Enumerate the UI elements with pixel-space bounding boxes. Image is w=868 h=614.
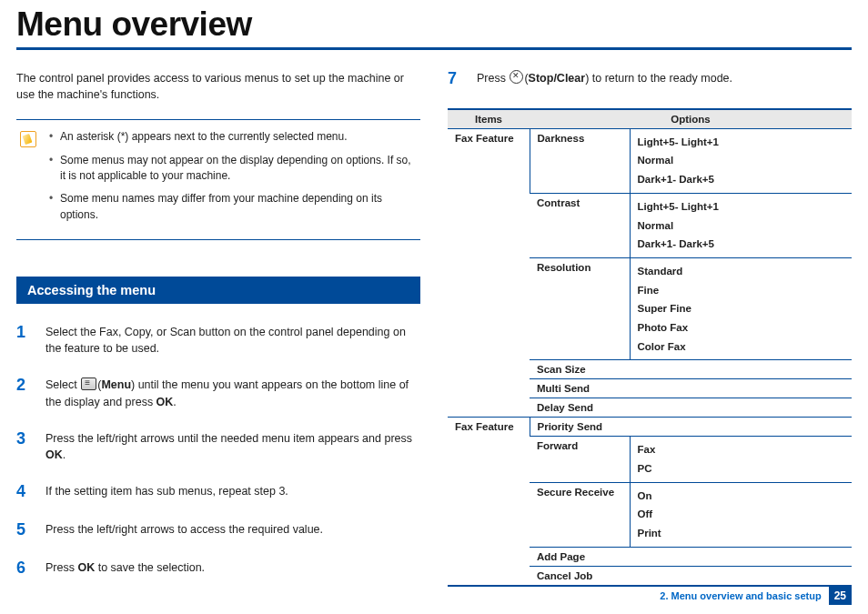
step-number: 1 [16, 324, 33, 357]
cell-forward: Forward [530, 437, 630, 482]
step-4: 4 If the setting item has sub menus, rep… [16, 483, 420, 501]
cell-forward-values: Fax PC [630, 437, 852, 482]
cell-canceljob: Cancel Job [530, 566, 852, 586]
right-column: 7 Press (Stop/Clear) to return to the re… [448, 70, 852, 597]
cell-secure-values: On Off Print [630, 482, 852, 547]
text: . [173, 396, 176, 408]
step-body: Select the Fax, Copy, or Scan button on … [45, 324, 420, 357]
table-header-options: Options [530, 109, 852, 129]
val: Normal [638, 216, 845, 236]
cell-delaysend: Delay Send [530, 398, 852, 418]
val: Fax [638, 440, 845, 459]
cell-priority: Priority Send [530, 418, 852, 437]
stop-clear-icon [510, 70, 523, 84]
step-number: 2 [16, 377, 33, 409]
options-table: Items Options Fax Feature Darkness Light… [448, 108, 852, 587]
note-icon [20, 131, 36, 147]
content-columns: The control panel provides access to var… [16, 70, 852, 597]
step-body: If the setting item has sub menus, repea… [45, 483, 288, 501]
table-row: Fax Feature Darkness Light+5- Light+1 No… [448, 128, 852, 193]
step-number: 7 [448, 70, 464, 88]
val: Color Fax [638, 337, 845, 357]
val: PC [638, 459, 845, 478]
section-heading: Accessing the menu [16, 277, 420, 304]
text-bold: OK [45, 448, 63, 461]
cell-resolution: Resolution [530, 257, 630, 359]
step-7: 7 Press (Stop/Clear) to return to the re… [448, 70, 852, 88]
val: Photo Fax [638, 318, 845, 337]
val: Standard [638, 262, 845, 281]
val: On [638, 487, 845, 506]
intro-text: The control panel provides access to var… [16, 70, 420, 103]
val: Light+5- Light+1 [638, 197, 845, 216]
step-number: 4 [16, 483, 33, 501]
steps-list: 1 Select the Fax, Copy, or Scan button o… [16, 324, 420, 577]
note-item: Some menus may not appear on the display… [47, 153, 413, 185]
step-3: 3 Press the left/right arrows until the … [16, 430, 420, 463]
text-bold: Stop/Clear [529, 72, 586, 85]
cell-contrast-values: Light+5- Light+1 Normal Dark+1- Dark+5 [630, 193, 852, 257]
step-body: Select (Menu) until the menu you want ap… [45, 377, 420, 409]
step-number: 5 [16, 521, 33, 539]
val: Off [638, 505, 845, 524]
text: Press [45, 561, 77, 574]
val: Super Fine [638, 299, 845, 318]
cell-group2: Fax Feature [448, 418, 530, 586]
text-bold: OK [156, 396, 174, 408]
text: ) to return to the ready mode. [585, 72, 732, 85]
val: Dark+1- Dark+5 [638, 235, 845, 254]
table-row: Fax Feature Priority Send [448, 418, 852, 437]
page-footer: 2. Menu overview and basic setup 25 [660, 587, 852, 605]
note-item: Some menu names may differ from your mac… [47, 191, 413, 223]
cell-scansize: Scan Size [530, 360, 852, 379]
step-1: 1 Select the Fax, Copy, or Scan button o… [16, 324, 420, 357]
steps-list-continued: 7 Press (Stop/Clear) to return to the re… [448, 70, 852, 88]
text: to save the selection. [95, 561, 205, 574]
cell-resolution-values: Standard Fine Super Fine Photo Fax Color… [630, 257, 852, 359]
val: Normal [638, 151, 845, 170]
cell-multisend: Multi Send [530, 379, 852, 398]
cell-contrast: Contrast [530, 193, 630, 257]
text: . [63, 448, 66, 461]
page-title: Menu overview [16, 5, 852, 50]
step-body: Press (Stop/Clear) to return to the read… [477, 70, 732, 88]
menu-icon [81, 377, 96, 390]
note-list: An asterisk (*) appears next to the curr… [47, 129, 413, 230]
note-box: An asterisk (*) appears next to the curr… [16, 119, 420, 240]
text: Press the left/right arrows until the ne… [45, 432, 412, 445]
step-body: Press OK to save the selection. [45, 559, 205, 578]
footer-chapter: 2. Menu overview and basic setup [660, 590, 821, 601]
step-6: 6 Press OK to save the selection. [16, 559, 420, 578]
step-5: 5 Press the left/right arrows to access … [16, 521, 420, 539]
text: Press [477, 72, 509, 85]
step-body: Press the left/right arrows until the ne… [45, 430, 420, 463]
table-header-items: Items [448, 109, 530, 129]
cell-group1: Fax Feature [448, 128, 530, 418]
step-body: Press the left/right arrows to access th… [45, 521, 323, 539]
text-bold: Menu [101, 378, 131, 391]
text-bold: OK [77, 561, 95, 574]
cell-addpage: Add Page [530, 547, 852, 566]
cell-darkness: Darkness [530, 128, 630, 193]
step-2: 2 Select (Menu) until the menu you want … [16, 377, 420, 409]
val: Dark+1- Dark+5 [638, 170, 845, 189]
step-number: 6 [16, 559, 33, 578]
footer-page-number: 25 [829, 587, 852, 605]
left-column: The control panel provides access to var… [16, 70, 420, 597]
val: Print [638, 524, 845, 543]
cell-darkness-values: Light+5- Light+1 Normal Dark+1- Dark+5 [630, 128, 852, 193]
cell-secure: Secure Receive [530, 482, 630, 547]
val: Fine [638, 281, 845, 300]
note-item: An asterisk (*) appears next to the curr… [47, 129, 413, 145]
val: Light+5- Light+1 [638, 133, 845, 152]
step-number: 3 [16, 430, 33, 463]
text: Select [45, 378, 80, 391]
